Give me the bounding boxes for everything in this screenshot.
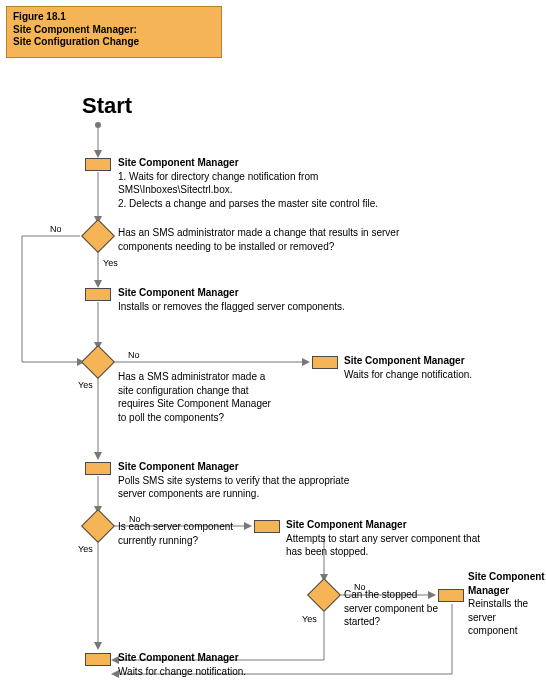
text-n2b: Site Component Manager Waits for change …	[344, 354, 514, 381]
label-d2-yes: Yes	[78, 380, 93, 390]
body-n4: Attempts to start any server component t…	[286, 533, 480, 558]
figure-title-line1: Site Component Manager:	[13, 24, 215, 37]
label-d4-yes: Yes	[302, 614, 317, 624]
decision-d3	[81, 509, 115, 543]
text-d3: Is each server component currently runni…	[118, 520, 238, 547]
svg-marker-20	[244, 522, 252, 530]
text-n5: Site Component Manager Reinstalls the se…	[468, 570, 546, 638]
label-d3-yes: Yes	[78, 544, 93, 554]
body-n2b: Waits for change notification.	[344, 369, 472, 380]
body-n5: Reinstalls the server component	[468, 598, 528, 636]
body-n2: Installs or removes the flagged server c…	[118, 301, 345, 312]
text-n4: Site Component Manager Attempts to start…	[286, 518, 486, 559]
heading-n6: Site Component Manager	[118, 652, 239, 663]
text-n2: Site Component Manager Installs or remov…	[118, 286, 428, 313]
heading-n2b: Site Component Manager	[344, 355, 465, 366]
figure-title-box: Figure 18.1 Site Component Manager: Site…	[6, 6, 222, 58]
decision-d2	[81, 345, 115, 379]
heading-n5: Site Component Manager	[468, 571, 545, 596]
heading-n4: Site Component Manager	[286, 519, 407, 530]
process-n2b	[312, 356, 338, 369]
label-d2-no: No	[128, 350, 140, 360]
svg-marker-14	[302, 358, 310, 366]
text-d4: Can the stopped server component be star…	[344, 588, 444, 629]
svg-marker-10	[94, 280, 102, 288]
decision-d4	[307, 578, 341, 612]
body-n6: Waits for change notification.	[118, 666, 246, 677]
label-d1-no: No	[50, 224, 62, 234]
heading-n2: Site Component Manager	[118, 287, 239, 298]
label-d1-yes: Yes	[103, 258, 118, 268]
process-n6	[85, 653, 111, 666]
text-d1: Has an SMS administrator made a change t…	[118, 226, 428, 253]
body-n3: Polls SMS site systems to verify that th…	[118, 475, 349, 500]
heading-n3: Site Component Manager	[118, 461, 239, 472]
figure-title-line2: Site Configuration Change	[13, 36, 215, 49]
heading-n1: Site Component Manager	[118, 157, 239, 168]
body-n1: 1. Waits for directory change notificati…	[118, 171, 378, 209]
svg-marker-16	[94, 452, 102, 460]
process-n1	[85, 158, 111, 171]
process-n2	[85, 288, 111, 301]
figure-number: Figure 18.1	[13, 11, 215, 24]
text-n1: Site Component Manager 1. Waits for dire…	[118, 156, 428, 210]
start-label: Start	[82, 93, 132, 119]
decision-d1	[81, 219, 115, 253]
svg-marker-22	[94, 642, 102, 650]
text-d2: Has a SMS administrator made a site conf…	[118, 370, 278, 424]
process-n3	[85, 462, 111, 475]
text-n6: Site Component Manager Waits for change …	[118, 651, 358, 678]
svg-marker-2	[94, 150, 102, 158]
text-n3: Site Component Manager Polls SMS site sy…	[118, 460, 378, 501]
process-n4	[254, 520, 280, 533]
svg-point-0	[95, 122, 101, 128]
